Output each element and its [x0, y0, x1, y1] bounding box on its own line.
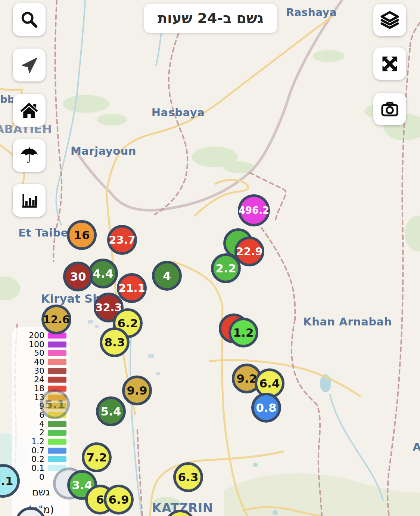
legend-value-label: 100	[12, 340, 48, 349]
legend-value-label: 2	[12, 429, 48, 437]
map-title: גשם ב-24 שעות	[144, 4, 277, 33]
rain-marker-value: 5.1	[45, 399, 65, 410]
rain-marker-value: 30	[70, 271, 86, 282]
legend-row-4: 4	[12, 420, 69, 429]
rain-marker-value: 4.4	[93, 268, 113, 279]
search-button[interactable]	[13, 3, 46, 36]
rain-marker-5.4[interactable]: 5.4	[96, 396, 126, 426]
rain-marker-7.2[interactable]: 7.2	[82, 442, 112, 472]
rain-marker-5.1[interactable]: 5.1	[40, 389, 70, 419]
map-label-kiryat-sh: Kiryat Sh	[41, 292, 101, 305]
legend-value-label: 0.2	[12, 455, 48, 463]
rain-marker-value: 22.9	[236, 246, 263, 257]
legend-color-swatch	[48, 430, 66, 436]
legend-value-label: 18	[12, 384, 48, 393]
rain-marker-value: 23.7	[109, 235, 136, 245]
legend-row-1.2: 1.2	[12, 437, 69, 446]
rain-marker-value: 9.9	[127, 385, 147, 396]
map-label-hasbaya: Hasbaya	[152, 106, 205, 119]
stats-button[interactable]	[13, 184, 46, 217]
camera-icon	[380, 99, 400, 119]
fullscreen-button[interactable]	[373, 47, 406, 80]
home-icon	[19, 100, 39, 120]
legend-value-label: 1.2	[12, 438, 48, 446]
rain-marker-value: 4	[163, 270, 171, 282]
legend-value-label: 30	[12, 367, 48, 375]
legend-row-30: 30	[12, 367, 69, 376]
rain-marker-value: 8.3	[105, 337, 125, 348]
map-label-khan-arnabah: Khan Arnabah	[303, 315, 392, 328]
legend-row-50: 50	[12, 349, 69, 358]
legend-color-swatch	[48, 368, 66, 374]
rain-marker-23.7[interactable]: 23.7	[107, 225, 137, 255]
rain-marker-21.1[interactable]: 21.1	[117, 273, 147, 303]
rain-mode-button[interactable]: ☂	[13, 139, 46, 172]
rain-marker-value: 496.2	[239, 206, 269, 215]
rain-marker-496.2[interactable]: 496.2	[238, 194, 270, 226]
legend-value-label: 4	[12, 420, 48, 428]
layers-button[interactable]	[373, 4, 406, 36]
rain-marker-value: 0.1	[0, 475, 13, 487]
rain-marker-value: 21.1	[118, 283, 145, 294]
legend-row-100: 100	[12, 340, 69, 349]
legend-color-swatch	[48, 377, 66, 383]
rain-marker-12.6[interactable]: 12.6	[41, 305, 71, 334]
rain-marker-0.8[interactable]: 0.8	[251, 393, 281, 423]
legend-value-label: 50	[12, 349, 48, 357]
legend-color-swatch	[48, 439, 66, 445]
home-button[interactable]	[13, 94, 46, 127]
rain-marker-value: 6.2	[118, 318, 138, 329]
legend-row-0.7: 0.7	[12, 446, 69, 455]
rain-marker-16[interactable]: 16	[67, 220, 97, 250]
rain-marker-4[interactable]: 4	[152, 261, 182, 291]
rain-marker-9.9[interactable]: 9.9	[122, 376, 152, 405]
rain-marker-value: 6.4	[259, 378, 280, 389]
legend-color-swatch	[48, 350, 66, 356]
snapshot-button[interactable]	[373, 93, 406, 125]
location-arrow-icon	[19, 55, 39, 75]
legend-value-label: 40	[12, 358, 48, 366]
rain-marker-value: 5.4	[101, 406, 121, 417]
legend-color-swatch	[48, 421, 66, 427]
legend-value-label: 0.7	[12, 447, 48, 455]
rain-marker-30[interactable]: 30	[63, 262, 93, 291]
rain-marker-value: 6.3	[178, 472, 199, 483]
map-canvas[interactable]: bbNABATIEHRashayaHasbayaMarjayounEt Taib…	[0, 0, 420, 516]
rain-marker-value: 6	[96, 494, 104, 506]
rain-marker-8.3[interactable]: 8.3	[100, 327, 130, 357]
legend-value-label: 0.1	[12, 464, 48, 472]
rain-marker-value: 1.2	[233, 327, 254, 339]
umbrella-icon: ☂	[19, 145, 39, 166]
rain-marker-value: 16	[74, 229, 90, 241]
map-label-a: A	[413, 441, 420, 453]
rain-marker-6.3[interactable]: 6.3	[173, 462, 203, 492]
rain-marker-6.9[interactable]: 6.9	[104, 485, 134, 515]
map-label-rashaya: Rashaya	[286, 6, 337, 19]
legend-row-40: 40	[12, 358, 69, 367]
rain-marker-1.2[interactable]: 1.2	[228, 318, 258, 347]
legend-row-2: 2	[12, 429, 69, 438]
legend-row-0.2: 0.2	[12, 455, 69, 464]
layers-icon	[380, 10, 400, 30]
rain-marker-value: 9.2	[237, 373, 257, 384]
rain-marker-value: 12.6	[43, 314, 70, 325]
rain-marker-22.9[interactable]: 22.9	[234, 237, 264, 266]
legend-color-swatch	[48, 448, 66, 454]
map-label-marjayoun: Marjayoun	[71, 145, 136, 157]
rain-marker-value: 0.8	[256, 402, 277, 414]
legend-value-label: 200	[12, 331, 48, 340]
rain-marker-value: 6.9	[109, 494, 129, 506]
search-icon	[19, 10, 39, 29]
legend-color-swatch	[48, 359, 66, 365]
legend-value-label: 24	[12, 376, 48, 384]
map-label-et-taibe: Et Taibe	[18, 226, 68, 239]
legend-color-swatch	[48, 456, 66, 462]
locate-button[interactable]	[13, 49, 46, 81]
map-title-text: גשם ב-24 שעות	[158, 10, 264, 27]
expand-arrows-icon	[380, 54, 399, 74]
legend-row-24: 24	[12, 375, 69, 384]
legend-color-swatch	[48, 342, 66, 347]
bar-chart-icon	[19, 190, 39, 210]
rain-marker-value: 2.2	[216, 263, 236, 274]
rain-marker-value: 7.2	[87, 452, 107, 463]
